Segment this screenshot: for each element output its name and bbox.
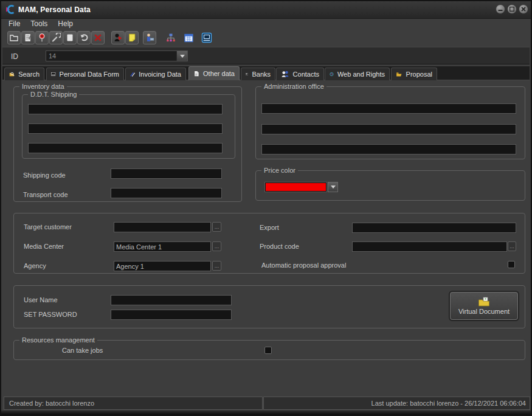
- tab-other-data[interactable]: Other data: [188, 66, 240, 80]
- minimize-button[interactable]: [496, 4, 505, 14]
- set-password-label: SET PASSWORD: [24, 311, 77, 318]
- ddt-shipping-line2-input[interactable]: [28, 123, 223, 134]
- tab-proposal[interactable]: Proposal: [391, 68, 437, 80]
- hierarchy-button[interactable]: [164, 31, 177, 44]
- map-pin-button[interactable]: [35, 31, 49, 44]
- search-icon: [9, 70, 15, 78]
- personal-data-form-icon: [51, 70, 56, 78]
- virtual-document-button-label: Virtual Document: [458, 308, 510, 315]
- tools-button[interactable]: [49, 31, 63, 44]
- tab-label: Invoicing Data: [139, 71, 181, 78]
- employee-icon: [145, 33, 154, 43]
- maximize-button[interactable]: [507, 4, 517, 14]
- administration-line3-input[interactable]: [261, 144, 516, 154]
- resources-management-group-title: Resources management: [19, 336, 97, 344]
- other-data-icon: [193, 69, 199, 78]
- edit-record-button[interactable]: [21, 31, 35, 44]
- tab-web-and-rights[interactable]: Web and Rights: [325, 68, 390, 80]
- tab-label: Personal Data Form: [60, 71, 119, 78]
- virtual-document-icon: [478, 297, 490, 307]
- chevron-down-icon: [331, 185, 336, 189]
- contacts-icon: [281, 70, 289, 78]
- tab-contacts[interactable]: Contacts: [276, 68, 324, 80]
- agency-label: Agency: [24, 262, 46, 269]
- transport-code-label: Transport code: [23, 191, 68, 198]
- tab-search[interactable]: Search: [4, 68, 44, 80]
- target-customer-input[interactable]: [114, 222, 211, 232]
- web-rights-icon: [330, 70, 334, 78]
- window-bottom-frame: [1, 411, 531, 416]
- open-folder-button[interactable]: [7, 31, 21, 44]
- media-center-input[interactable]: [114, 241, 211, 252]
- logout-user-button[interactable]: [111, 31, 125, 44]
- shipping-code-label: Shipping code: [23, 172, 66, 179]
- id-label: ID: [11, 52, 18, 61]
- remote-desktop-button[interactable]: [200, 31, 213, 44]
- status-created-by-panel: Created by: batocchi lorenzo: [4, 397, 263, 410]
- tab-personal-data-form[interactable]: Personal Data Form: [46, 68, 124, 80]
- price-color-dropdown-button[interactable]: [328, 182, 338, 192]
- agency-browse-button[interactable]: ...: [212, 261, 221, 271]
- id-combobox[interactable]: 14: [46, 50, 188, 61]
- map-pin-icon: [37, 33, 47, 43]
- user-name-label: User Name: [24, 296, 58, 303]
- undo-button[interactable]: [77, 31, 91, 44]
- media-center-label: Media Center: [24, 243, 64, 250]
- calendar-button[interactable]: [182, 31, 195, 44]
- tab-strip: Search Personal Data Form Invoicing Data…: [2, 66, 530, 80]
- tab-invoicing-data[interactable]: Invoicing Data: [125, 68, 186, 80]
- administration-line1-input[interactable]: [261, 103, 516, 114]
- toolbar: [1, 30, 531, 47]
- employee-button[interactable]: [143, 31, 156, 44]
- tab-label: Other data: [203, 70, 235, 77]
- app-window: MAM, Personal Data File Tools Help: [0, 0, 532, 416]
- title-bar: MAM, Personal Data: [1, 1, 531, 19]
- tab-label: Proposal: [406, 71, 432, 78]
- notes-button[interactable]: [125, 31, 139, 44]
- transport-code-input[interactable]: [111, 188, 222, 198]
- automatic-proposal-approval-checkbox[interactable]: [508, 261, 515, 268]
- set-password-input[interactable]: [111, 310, 232, 320]
- target-customer-browse-button[interactable]: ...: [212, 222, 221, 232]
- logout-user-icon: [113, 33, 123, 43]
- new-record-button[interactable]: [63, 31, 77, 44]
- ddt-shipping-group-title: D.D.T. Shipping: [28, 91, 79, 98]
- user-name-input[interactable]: [111, 295, 232, 305]
- id-dropdown-button[interactable]: [176, 51, 187, 61]
- export-input[interactable]: [352, 223, 516, 233]
- ddt-shipping-line3-input[interactable]: [28, 143, 223, 153]
- menu-tools[interactable]: Tools: [29, 19, 53, 30]
- new-record-icon: [65, 33, 75, 43]
- automatic-proposal-approval-label: Automatic proposal approval: [261, 262, 346, 269]
- status-created-by: Created by: batocchi lorenzo: [9, 400, 94, 407]
- account-group: [13, 285, 525, 328]
- ddt-shipping-line1-input[interactable]: [28, 104, 223, 114]
- price-color-picker[interactable]: [264, 182, 327, 192]
- tools-icon: [51, 33, 61, 43]
- menu-help[interactable]: Help: [57, 19, 78, 30]
- product-code-input[interactable]: [352, 241, 507, 252]
- virtual-document-button[interactable]: Virtual Document: [450, 292, 518, 320]
- window-title: MAM, Personal Data: [18, 5, 91, 14]
- delete-button[interactable]: [91, 31, 105, 44]
- edit-record-icon: [23, 33, 33, 43]
- product-code-browse-button[interactable]: ...: [508, 241, 516, 251]
- banks-icon: [246, 70, 248, 78]
- status-last-update-panel: Last update: batocchi lorenzo - 26/12/20…: [263, 397, 530, 410]
- administration-line2-input[interactable]: [261, 124, 516, 134]
- media-center-browse-button[interactable]: ...: [212, 241, 221, 251]
- shipping-code-input[interactable]: [111, 168, 222, 179]
- can-take-jobs-checkbox[interactable]: [264, 347, 272, 354]
- window-controls: [496, 4, 528, 14]
- target-customer-label: Target customer: [24, 223, 72, 231]
- invoicing-data-icon: [130, 70, 135, 78]
- menu-file[interactable]: File: [7, 19, 26, 30]
- close-button[interactable]: [519, 4, 528, 14]
- delete-icon: [93, 33, 103, 43]
- tab-banks[interactable]: Banks: [241, 68, 275, 80]
- price-color-group-title: Price color: [261, 167, 298, 174]
- agency-input[interactable]: [114, 261, 211, 271]
- undo-icon: [79, 33, 89, 43]
- id-row: ID 14: [2, 47, 530, 64]
- inventory-data-group-title: Inventory data: [19, 83, 67, 90]
